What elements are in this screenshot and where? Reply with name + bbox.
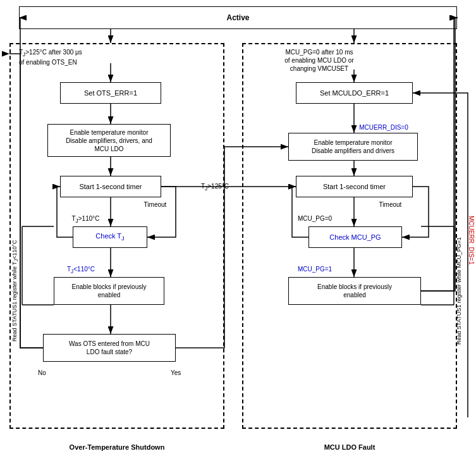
box-check-mcu-pg-text: Check MCU_PG bbox=[329, 233, 381, 242]
box-enable-temp-left: Enable temperature monitorDisable amplif… bbox=[47, 124, 171, 157]
box-timer-right: Start 1-second timer bbox=[296, 176, 413, 197]
box-set-mculdo-err: Set MCULDO_ERR=1 bbox=[296, 82, 413, 104]
box-enable-temp-right: Enable temperature monitorDisable amplif… bbox=[288, 133, 418, 161]
left-region-label: Over-Temperature Shutdown bbox=[9, 443, 224, 451]
box-set-ots-err: Set OTS_ERR=1 bbox=[60, 82, 161, 104]
box-enable-blocks-left-text: Enable blocks if previouslyenabled bbox=[72, 283, 147, 299]
box-enable-blocks-right: Enable blocks if previouslyenabled bbox=[288, 277, 421, 305]
box-was-ots-text: Was OTS entered from MCULDO fault state? bbox=[69, 340, 150, 356]
box-was-ots: Was OTS entered from MCULDO fault state? bbox=[43, 334, 176, 362]
active-box: Active bbox=[19, 6, 457, 29]
label-tj125-cross: TJ>125°C bbox=[196, 183, 234, 192]
right-trigger: MCU_PG=0 after 10 msof enabling MCU LDO … bbox=[272, 48, 367, 73]
diagram-container: Active Over-Temperature Shutdown MCU LDO… bbox=[0, 0, 476, 456]
label-mcu-pg1: MCU_PG=1 bbox=[296, 266, 334, 273]
active-label: Active bbox=[226, 13, 249, 22]
label-mcu-pg0: MCU_PG=0 bbox=[296, 215, 334, 222]
box-set-ots-err-text: Set OTS_ERR=1 bbox=[84, 89, 137, 97]
label-read-status1-left: Read STATUS1 register while TJ<110°C bbox=[11, 228, 19, 354]
box-timer-right-text: Start 1-second timer bbox=[323, 182, 386, 191]
box-timer-left-text: Start 1-second timer bbox=[79, 182, 142, 191]
box-enable-temp-right-text: Enable temperature monitorDisable amplif… bbox=[312, 139, 394, 155]
label-no: No bbox=[38, 369, 46, 376]
label-tj110-exit: TJ<110°C bbox=[62, 266, 100, 274]
box-timer-left: Start 1-second timer bbox=[60, 176, 161, 197]
left-trigger: TJ>125°C after 300 µsof enabling OTS_EN bbox=[19, 48, 88, 66]
label-timeout-left: Timeout bbox=[138, 201, 173, 208]
label-tj110: TJ>110°C bbox=[68, 215, 103, 224]
label-mcuerr-dis1: MCUERR_DIS=1 bbox=[468, 57, 475, 424]
box-enable-temp-left-text: Enable temperature monitorDisable amplif… bbox=[66, 128, 152, 153]
label-read-status1-right: Read STATUS1 register while MCU_PG=1 bbox=[456, 228, 462, 354]
label-timeout-right: Timeout bbox=[373, 201, 408, 208]
box-set-mculdo-err-text: Set MCULDO_ERR=1 bbox=[320, 89, 389, 97]
label-mcuerr-dis0: MCUERR_DIS=0 bbox=[358, 124, 409, 131]
box-enable-blocks-right-text: Enable blocks if previouslyenabled bbox=[317, 283, 392, 299]
right-region-label: MCU LDO Fault bbox=[242, 443, 457, 451]
label-yes: Yes bbox=[171, 369, 181, 376]
box-check-tj: Check TJ bbox=[73, 226, 147, 248]
box-check-mcu-pg: Check MCU_PG bbox=[308, 226, 402, 248]
box-check-tj-text: Check TJ bbox=[95, 231, 124, 243]
box-enable-blocks-left: Enable blocks if previouslyenabled bbox=[54, 277, 164, 305]
